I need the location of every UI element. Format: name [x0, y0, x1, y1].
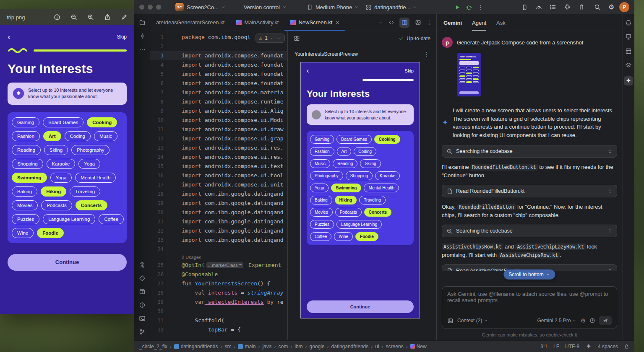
interest-chip-yoga[interactable]: Yoga [310, 184, 329, 192]
interest-chip-coffee[interactable]: Coffee [310, 232, 331, 241]
zoom-in-icon[interactable] [87, 14, 94, 21]
gemini-input-box[interactable]: Context (2) Gemini 2.5 Pro ⚙ [442, 286, 617, 329]
lock-icon[interactable] [624, 344, 629, 349]
caret-position[interactable]: 3:1 [540, 344, 548, 349]
interest-chip-movies[interactable]: Movies [310, 208, 333, 217]
breadcrumb-item[interactable]: src [224, 344, 231, 349]
breadcrumb-item[interactable]: New [410, 344, 427, 349]
interest-chip-fashion[interactable]: Fashion [310, 147, 334, 156]
screenshot-thumbnail[interactable]: Your Interests [457, 53, 481, 96]
interest-chip-gaming[interactable]: Gaming [310, 135, 334, 144]
tab-list-chevron-icon[interactable] [378, 21, 383, 25]
inspection-widget[interactable]: ⚠ 1 [256, 34, 285, 43]
back-chevron-icon[interactable]: ‹ [307, 67, 309, 74]
editor-tab[interactable]: NewScreen.kt× [284, 14, 345, 31]
interest-chip-art[interactable]: Art [337, 147, 352, 156]
scroll-to-bottom-button[interactable]: Scroll to bottom [503, 269, 555, 280]
interest-chip-foodie[interactable]: Foodie [355, 232, 378, 241]
more-actions-icon[interactable]: ⋮ [478, 4, 484, 10]
problems-icon[interactable] [139, 302, 146, 308]
profiler-gauge-icon[interactable] [535, 4, 542, 10]
history-icon[interactable] [589, 318, 595, 324]
device-phone-icon[interactable] [521, 4, 528, 10]
next-problem-icon[interactable] [277, 36, 281, 40]
zoom-out-icon[interactable] [70, 14, 77, 21]
interest-chip-photography[interactable]: Photography [310, 171, 343, 180]
interest-chip-concerts[interactable]: Concerts [364, 208, 391, 217]
breadcrumb-item[interactable]: main [238, 344, 256, 349]
interest-chip-mental-health[interactable]: Mental Health [364, 184, 399, 192]
unfold-icon[interactable] [607, 268, 613, 271]
tool-step-card[interactable]: Searching the codebase [442, 145, 617, 158]
interest-chip-puzzles[interactable]: Puzzles [310, 220, 334, 229]
project-folder-icon[interactable] [139, 19, 146, 26]
breadcrumb-item[interactable]: google [309, 344, 324, 349]
interest-chip-wine[interactable]: Wine [334, 232, 353, 241]
layers-icon[interactable] [625, 62, 632, 69]
info-icon[interactable] [54, 14, 60, 21]
markup-pencil-icon[interactable] [121, 14, 128, 21]
file-encoding[interactable]: UTF-8 [565, 344, 579, 349]
close-window-icon[interactable] [139, 5, 144, 10]
split-view-button[interactable] [399, 18, 409, 28]
commit-icon[interactable] [139, 33, 146, 39]
interest-chip-shopping[interactable]: Shopping [346, 171, 373, 180]
terminal-icon[interactable] [139, 315, 146, 322]
editor-tab[interactable]: ateIdeasGeneratorScreen.kt [150, 14, 230, 31]
running-devices-icon[interactable] [139, 261, 146, 268]
vcs-widget[interactable]: Version control [244, 4, 287, 10]
code-editor[interactable]: ⚠ 1 1package com.ibm.googl23import andro… [150, 31, 287, 340]
notifications-bell-icon[interactable] [625, 19, 632, 26]
interest-chip-hiking[interactable]: Hiking [335, 196, 357, 204]
interest-chip-skiing[interactable]: Skiing [360, 159, 381, 168]
interest-chip-reading[interactable]: Reading [333, 159, 357, 168]
attach-image-icon[interactable] [447, 318, 454, 324]
run-configuration-selector[interactable]: datingandfrie... [365, 4, 417, 10]
send-button[interactable] [599, 316, 612, 325]
share-icon[interactable] [104, 14, 111, 21]
breadcrumb-item[interactable]: com [278, 344, 288, 349]
layout-inspector-icon[interactable] [625, 48, 632, 54]
build-icon[interactable] [139, 288, 146, 295]
model-selector[interactable]: Gemini 2.5 Pro [537, 318, 576, 324]
interest-chip-language-learning[interactable]: Language Learning [336, 220, 382, 229]
device-selector[interactable]: Medium Phone [307, 4, 359, 10]
gemini-spark-icon[interactable] [624, 76, 633, 85]
settings-gear-icon[interactable]: ⚙ [608, 4, 614, 10]
gemini-status-icon[interactable] [585, 343, 592, 350]
device-explorer-icon[interactable] [625, 34, 632, 40]
todo-list-icon[interactable] [550, 4, 556, 10]
design-view-button[interactable] [413, 18, 423, 28]
interest-chip-coding[interactable]: Coding [354, 147, 376, 156]
unfold-icon[interactable] [607, 228, 613, 233]
editor-more-icon[interactable]: ⋮ [426, 20, 432, 26]
maximize-window-icon[interactable] [156, 5, 161, 10]
skip-button[interactable]: Skip [405, 68, 414, 73]
preview-menu-icon[interactable]: ⋮ [424, 51, 430, 57]
interest-chip-swimming[interactable]: Swimming [331, 184, 361, 192]
prev-problem-icon[interactable] [270, 36, 274, 40]
interest-chip-baking[interactable]: Baking [310, 196, 332, 204]
breadcrumb-item[interactable]: java [262, 344, 271, 349]
tool-step-card[interactable]: Searching the codebase [442, 225, 617, 237]
breadcrumb-item[interactable]: datingandfriends [331, 344, 369, 349]
sync-pr-icon[interactable] [578, 4, 585, 10]
tab-agent[interactable]: Agent [472, 20, 486, 31]
debug-button[interactable] [466, 4, 472, 10]
device-manager-icon[interactable] [139, 275, 146, 282]
continue-button[interactable]: Continue [307, 300, 414, 313]
indent-setting[interactable]: 4 spaces [598, 344, 618, 349]
unfold-icon[interactable] [607, 189, 613, 194]
interest-chip-karaoke[interactable]: Karaoke [375, 171, 400, 180]
interest-chip-cooking[interactable]: Cooking [374, 135, 400, 144]
editor-tab[interactable]: MainActivity.kt [230, 14, 284, 31]
breadcrumb-item[interactable]: datingandfriends [174, 344, 218, 349]
project-selector[interactable]: Screen2Co... [187, 4, 225, 10]
tab-ask[interactable]: Ask [496, 20, 506, 31]
user-avatar[interactable]: P [619, 2, 629, 12]
interest-chip-board-games[interactable]: Board Games [336, 135, 372, 144]
tool-step-card[interactable]: Read RoundedFilledButton.kt [442, 185, 617, 197]
preview-layout-icon[interactable] [294, 35, 300, 41]
context-selector[interactable]: Context (2) [457, 318, 488, 324]
more-icon[interactable] [139, 46, 146, 53]
